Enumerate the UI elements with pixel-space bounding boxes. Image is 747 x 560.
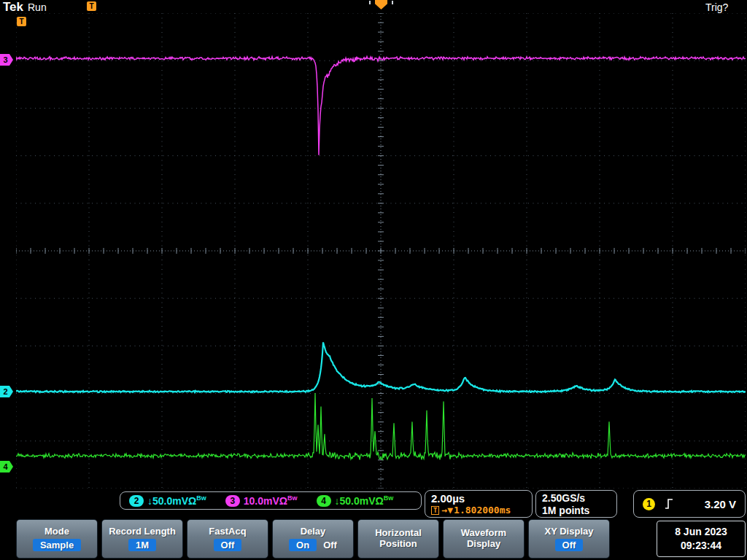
mode-label: Mode	[44, 526, 69, 537]
record-length-button[interactable]: Record Length 1M	[101, 519, 183, 559]
trigger-source-icon: T	[87, 1, 96, 11]
trace-ch2	[16, 342, 746, 392]
ch2-scale: ↓50.0mVΩBw	[147, 494, 206, 507]
waveform-display	[16, 13, 746, 489]
expansion-tick-left	[369, 1, 371, 4]
delay-button[interactable]: Delay On Off	[272, 519, 354, 559]
channel2-marker[interactable]: 2	[0, 386, 13, 397]
acquisition-status: Run	[28, 1, 47, 13]
ch4-scale: ↓50.0mVΩBw	[335, 494, 394, 507]
delay-reference-marker[interactable]: T	[17, 17, 26, 26]
mode-value: Sample	[33, 539, 81, 551]
delay-off-option[interactable]: Off	[323, 540, 337, 551]
delay-label: Delay	[301, 526, 326, 537]
ch3-badge: 3	[225, 495, 240, 507]
xy-display-button[interactable]: XY Display Off	[528, 519, 610, 559]
ch4-badge: 4	[317, 495, 331, 507]
delay-t-icon: T	[431, 506, 439, 515]
edge-trigger-icon	[664, 497, 674, 510]
trigger-source-badge: 1	[643, 498, 655, 510]
fastacq-label: FastAcq	[209, 526, 246, 537]
trigger-status-label: Trig?	[705, 1, 728, 13]
channel-readouts: 2 ↓50.0mVΩBw 3 10.0mVΩBw 4 ↓50.0mVΩBw	[120, 491, 422, 510]
channel3-marker[interactable]: 3	[0, 54, 13, 66]
ch4-readout: 4 ↓50.0mVΩBw	[317, 494, 394, 507]
acquisition-readout: 2.50GS/s 1M points	[535, 490, 617, 518]
fastacq-value: Off	[214, 539, 242, 551]
expansion-tick-right	[392, 1, 393, 4]
ch2-readout: 2 ↓50.0mVΩBw	[129, 494, 206, 507]
record-length-value: 1M	[128, 539, 156, 551]
horizontal-position-button[interactable]: Horizontal Position	[357, 519, 439, 559]
delay-readout: T →▼ 1.802000ms	[431, 505, 526, 516]
graticule	[16, 13, 746, 489]
delay-value: 1.802000ms	[454, 505, 511, 516]
xy-display-label: XY Display	[545, 526, 594, 537]
brand-logo: Tek	[3, 0, 23, 15]
record-length-label: Record Length	[109, 526, 176, 537]
date-display: 8 Jun 2023	[675, 525, 727, 539]
ch3-scale: 10.0mVΩBw	[244, 494, 298, 507]
horizontal-position-label: Horizontal Position	[365, 528, 432, 550]
xy-display-value: Off	[555, 539, 584, 551]
ch2-badge: 2	[129, 495, 144, 507]
mode-button[interactable]: Mode Sample	[16, 519, 98, 559]
ch3-readout: 3 10.0mVΩBw	[225, 494, 298, 507]
sample-rate: 2.50GS/s	[542, 492, 611, 505]
trace-ch3	[16, 57, 746, 155]
time-display: 09:23:44	[681, 539, 721, 553]
timebase-readout: 2.00µs T →▼ 1.802000ms	[425, 490, 533, 518]
waveform-display-button[interactable]: Waveform Display	[443, 519, 525, 559]
record-points: 1M points	[542, 505, 611, 517]
timebase-value: 2.00µs	[431, 492, 526, 505]
waveform-display-label: Waveform Display	[450, 528, 517, 550]
oscilloscope-screen: Tek Run T Trig? T 3 2 4 2 ↓50.0mVΩBw 3 1…	[0, 0, 747, 560]
datetime-display: 8 Jun 2023 09:23:44	[657, 521, 746, 557]
delay-arrow-icon: →▼	[441, 505, 453, 516]
trigger-readout: 1 3.20 V	[633, 490, 746, 518]
trigger-level: 3.20 V	[705, 498, 736, 510]
trigger-position-marker[interactable]	[375, 0, 387, 9]
delay-on-option[interactable]: On	[289, 539, 317, 551]
fastacq-button[interactable]: FastAcq Off	[187, 519, 268, 559]
channel4-marker[interactable]: 4	[0, 461, 13, 472]
